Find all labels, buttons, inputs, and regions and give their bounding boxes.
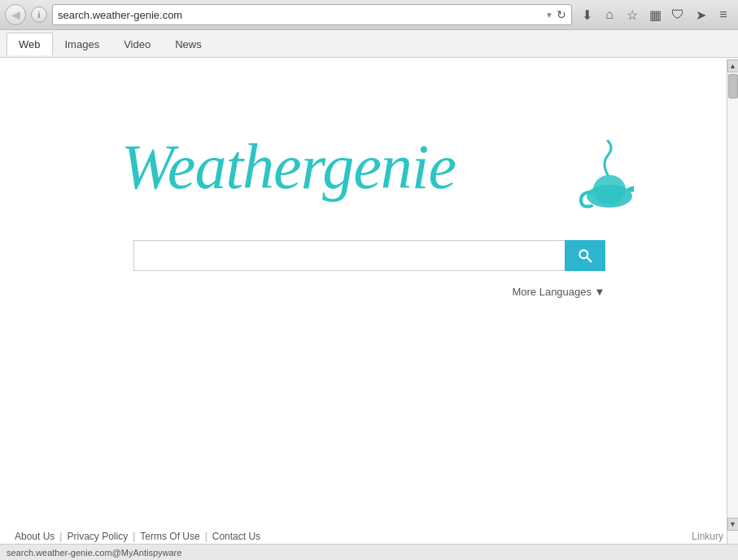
toolbar-icons: ⬇ ⌂ ☆ ▦ 🛡 ➤ ≡	[577, 5, 733, 24]
info-icon: i	[38, 10, 40, 20]
send-icon[interactable]: ➤	[691, 5, 710, 24]
refresh-button[interactable]: ↻	[557, 8, 566, 21]
content-area: Web Images Video News Weathergenie	[0, 30, 738, 560]
privacy-policy-link[interactable]: Privacy Policy	[67, 531, 128, 542]
scroll-thumb[interactable]	[728, 74, 738, 98]
tab-web[interactable]: Web	[7, 33, 53, 55]
contact-us-link[interactable]: Contact Us	[212, 531, 260, 542]
scrollbar[interactable]: ▲ ▼	[727, 59, 738, 544]
status-url: search.weather-genie.com@MyAntispyware	[7, 548, 181, 558]
footer-left: About Us | Privacy Policy | Terms Of Use…	[15, 531, 260, 542]
logo-container: Weathergenie	[105, 123, 634, 216]
menu-icon[interactable]: ≡	[714, 5, 733, 24]
address-bar-wrap[interactable]: ▼ ↻	[52, 4, 572, 25]
search-input[interactable]	[133, 240, 565, 271]
grid-icon[interactable]: ▦	[645, 5, 665, 24]
more-languages-wrap: More Languages ▼	[133, 278, 605, 298]
svg-text:Weathergenie: Weathergenie	[121, 131, 456, 202]
terms-of-use-link[interactable]: Terms Of Use	[140, 531, 199, 542]
footer-right: Linkury	[692, 531, 723, 542]
browser-toolbar: ◀ i ▼ ↻ ⬇ ⌂ ☆ ▦ 🛡 ➤ ≡	[0, 0, 738, 29]
address-dropdown-icon[interactable]: ▼	[545, 11, 553, 20]
search-button[interactable]	[565, 240, 605, 271]
linkury-label: Linkury	[692, 531, 723, 542]
tab-images[interactable]: Images	[53, 33, 112, 55]
info-button[interactable]: i	[31, 7, 47, 23]
more-languages-link[interactable]: More Languages ▼	[512, 286, 605, 298]
svg-line-4	[587, 258, 591, 262]
tab-video[interactable]: Video	[111, 33, 163, 55]
scroll-up-button[interactable]: ▲	[727, 59, 739, 72]
browser-window: ◀ i ▼ ↻ ⬇ ⌂ ☆ ▦ 🛡 ➤ ≡ Web Imag	[0, 0, 738, 560]
main-content: Weathergenie	[0, 58, 738, 298]
home-icon[interactable]: ⌂	[600, 5, 619, 24]
search-box-wrap	[133, 240, 605, 271]
scroll-down-button[interactable]: ▼	[727, 518, 739, 531]
status-bar: search.weather-genie.com@MyAntispyware	[0, 544, 738, 560]
download-icon[interactable]: ⬇	[577, 5, 596, 24]
shield-icon[interactable]: 🛡	[668, 5, 688, 24]
tab-news[interactable]: News	[163, 33, 214, 55]
back-button[interactable]: ◀	[5, 4, 26, 25]
about-us-link[interactable]: About Us	[15, 531, 55, 542]
browser-toolbar-area: ◀ i ▼ ↻ ⬇ ⌂ ☆ ▦ 🛡 ➤ ≡	[0, 0, 738, 30]
footer: About Us | Privacy Policy | Terms Of Use…	[0, 531, 738, 542]
search-tabs: Web Images Video News	[0, 30, 738, 58]
bookmark-star-icon[interactable]: ☆	[622, 5, 642, 24]
logo-svg: Weathergenie	[105, 123, 634, 212]
search-icon	[577, 247, 593, 264]
address-bar[interactable]	[58, 9, 542, 21]
svg-point-2	[593, 175, 626, 204]
